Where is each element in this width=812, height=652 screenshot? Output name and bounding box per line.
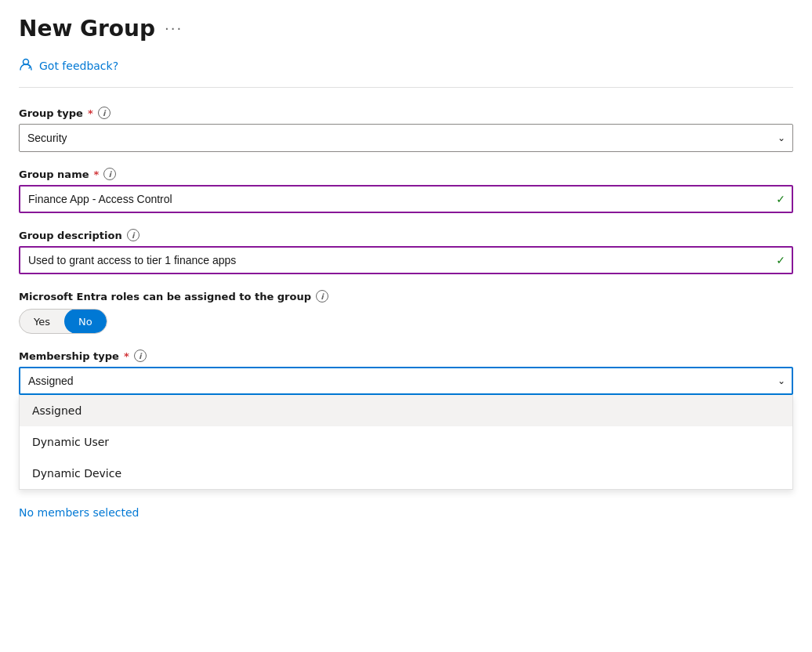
membership-type-select[interactable]: Assigned Dynamic User Dynamic Device	[19, 367, 793, 395]
group-description-label: Group description i	[19, 229, 793, 241]
group-type-info-icon[interactable]: i	[98, 107, 111, 119]
group-description-info-icon[interactable]: i	[127, 229, 140, 241]
membership-dropdown-list: Assigned Dynamic User Dynamic Device	[19, 395, 793, 490]
group-type-select[interactable]: Security Microsoft 365	[19, 124, 793, 152]
page-header: New Group ···	[19, 16, 793, 42]
group-name-info-icon[interactable]: i	[103, 168, 116, 180]
feedback-section: Got feedback?	[19, 57, 793, 88]
toggle-yes-button[interactable]: Yes	[20, 309, 64, 334]
membership-type-label: Membership type * i	[19, 350, 793, 362]
group-description-input[interactable]	[19, 246, 793, 274]
feedback-link[interactable]: Got feedback?	[39, 60, 118, 72]
feedback-person-icon	[19, 57, 33, 74]
membership-type-required: *	[124, 350, 129, 362]
entra-roles-toggle[interactable]: Yes No	[19, 309, 107, 334]
toggle-no-button[interactable]: No	[64, 309, 107, 334]
membership-type-section: Membership type * i Assigned Dynamic Use…	[19, 350, 793, 395]
group-type-select-wrapper: Security Microsoft 365 ⌄	[19, 124, 793, 152]
group-description-section: Group description i ✓	[19, 229, 793, 274]
dropdown-item-dynamic-device[interactable]: Dynamic Device	[20, 458, 792, 489]
group-name-check-icon: ✓	[776, 193, 785, 205]
more-options-button[interactable]: ···	[165, 20, 183, 37]
dropdown-item-assigned[interactable]: Assigned	[20, 395, 792, 426]
no-members-section: No members selected	[19, 497, 793, 519]
group-type-section: Group type * i Security Microsoft 365 ⌄	[19, 107, 793, 152]
dropdown-item-dynamic-user[interactable]: Dynamic User	[20, 426, 792, 458]
group-type-label: Group type * i	[19, 107, 793, 119]
group-name-label: Group name * i	[19, 168, 793, 180]
group-name-required: *	[94, 168, 100, 180]
group-name-input-wrapper: ✓	[19, 185, 793, 213]
group-name-section: Group name * i ✓	[19, 168, 793, 213]
membership-select-wrapper: Assigned Dynamic User Dynamic Device ⌄ A…	[19, 367, 793, 395]
group-description-input-wrapper: ✓	[19, 246, 793, 274]
entra-roles-label: Microsoft Entra roles can be assigned to…	[19, 290, 793, 302]
group-name-input[interactable]	[19, 185, 793, 213]
page-title: New Group	[19, 16, 155, 42]
group-description-check-icon: ✓	[776, 254, 785, 266]
page-container: New Group ··· Got feedback? Group type *…	[0, 0, 812, 652]
group-type-required: *	[88, 107, 93, 119]
entra-roles-info-icon[interactable]: i	[316, 290, 328, 302]
entra-roles-toggle-container: Yes No	[19, 309, 793, 334]
no-members-link[interactable]: No members selected	[19, 506, 139, 519]
entra-roles-section: Microsoft Entra roles can be assigned to…	[19, 290, 793, 334]
membership-type-info-icon[interactable]: i	[134, 350, 147, 362]
